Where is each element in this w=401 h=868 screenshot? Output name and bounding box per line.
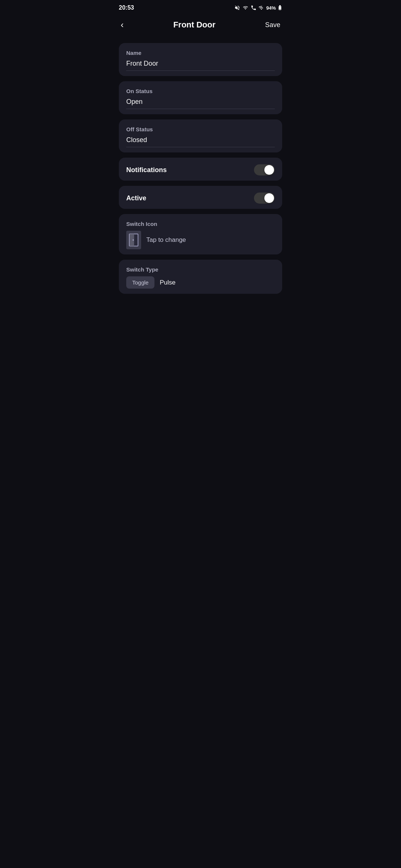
active-card: Active [119,186,282,209]
notifications-toggle[interactable] [254,164,275,175]
name-card: Name Front Door [119,43,282,76]
switch-icon-label: Switch Icon [126,221,275,227]
active-label: Active [126,194,146,202]
off-status-card: Off Status Closed [119,119,282,152]
active-row: Active [126,193,275,204]
switch-type-pulse[interactable]: Pulse [160,279,176,286]
active-toggle-thumb [264,193,274,203]
save-button[interactable]: Save [263,19,282,31]
header: ‹ Front Door Save [111,14,290,39]
name-label: Name [126,50,275,56]
on-status-label: On Status [126,88,275,94]
back-button[interactable]: ‹ [119,18,125,32]
status-icons: 94% [234,5,282,11]
active-toggle-track [254,193,275,204]
battery-display: 94% [266,5,276,11]
notifications-toggle-thumb [264,165,274,175]
name-value[interactable]: Front Door [126,60,275,71]
status-bar: 20:53 94% [111,0,290,14]
door-svg [128,233,139,247]
tap-to-change-label: Tap to change [146,236,186,244]
switch-type-selected[interactable]: Toggle [126,276,154,289]
notifications-row: Notifications [126,164,275,175]
on-status-card: On Status Open [119,81,282,114]
time-display: 20:53 [119,4,134,11]
wifi-icon [242,5,249,10]
notifications-card: Notifications [119,158,282,181]
content-area: Name Front Door On Status Open Off Statu… [111,39,290,297]
active-toggle[interactable] [254,193,275,204]
switch-type-card: Switch Type Toggle Pulse [119,260,282,294]
off-status-label: Off Status [126,126,275,132]
notifications-label: Notifications [126,166,167,174]
call-icon [251,5,257,11]
switch-icon-row: Tap to change [126,231,275,249]
off-status-value[interactable]: Closed [126,136,275,147]
svg-rect-1 [279,5,281,6]
door-icon [126,231,141,249]
switch-type-label: Switch Type [126,266,275,273]
switch-type-row: Toggle Pulse [126,276,275,289]
battery-icon [278,5,282,10]
svg-rect-2 [279,6,281,9]
notifications-toggle-track [254,164,275,175]
svg-point-5 [133,239,134,241]
mute-icon [234,5,240,11]
on-status-value[interactable]: Open [126,98,275,109]
page-title: Front Door [173,20,216,30]
switch-icon-card[interactable]: Switch Icon Tap to change [119,214,282,254]
signal-icon [258,5,264,11]
